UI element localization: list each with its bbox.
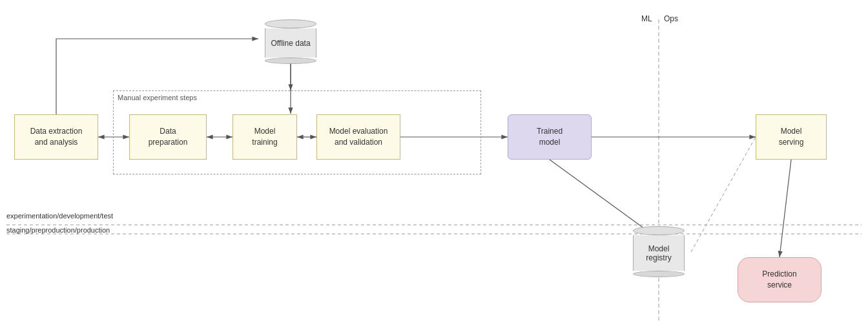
svg-line-13: [691, 137, 756, 252]
model-training-label: Modeltraining: [252, 126, 277, 148]
trained-model-label: Trainedmodel: [537, 126, 563, 148]
offline-data-cylinder: Offline data: [258, 19, 323, 64]
manual-experiment-label: Manual experiment steps: [118, 94, 197, 101]
data-preparation-box: Datapreparation: [129, 114, 207, 160]
ml-pipeline-diagram: Offline data Manual experiment steps Dat…: [0, 0, 868, 336]
prediction-service-label: Predictionservice: [762, 269, 796, 291]
model-training-box: Modeltraining: [232, 114, 297, 160]
svg-line-12: [780, 160, 791, 257]
prediction-service-box: Predictionservice: [738, 257, 822, 302]
data-preparation-label: Datapreparation: [149, 126, 188, 148]
model-evaluation-box: Model evaluationand validation: [316, 114, 400, 160]
model-serving-box: Modelserving: [756, 114, 827, 160]
model-registry-cylinder: Modelregistry: [626, 226, 691, 277]
model-serving-label: Modelserving: [779, 126, 804, 148]
data-extraction-label: Data extractionand analysis: [30, 126, 83, 148]
ml-label: ML: [641, 14, 652, 23]
data-extraction-box: Data extractionand analysis: [14, 114, 98, 160]
offline-data-label: Offline data: [271, 39, 310, 48]
model-registry-label: Modelregistry: [646, 244, 671, 262]
trained-model-box: Trainedmodel: [508, 114, 592, 160]
env-staging-label: staging/preproduction/production: [6, 226, 110, 234]
model-evaluation-label: Model evaluationand validation: [329, 126, 388, 148]
ops-label: Ops: [664, 14, 678, 23]
env-dev-label: experimentation/development/test: [6, 212, 113, 220]
